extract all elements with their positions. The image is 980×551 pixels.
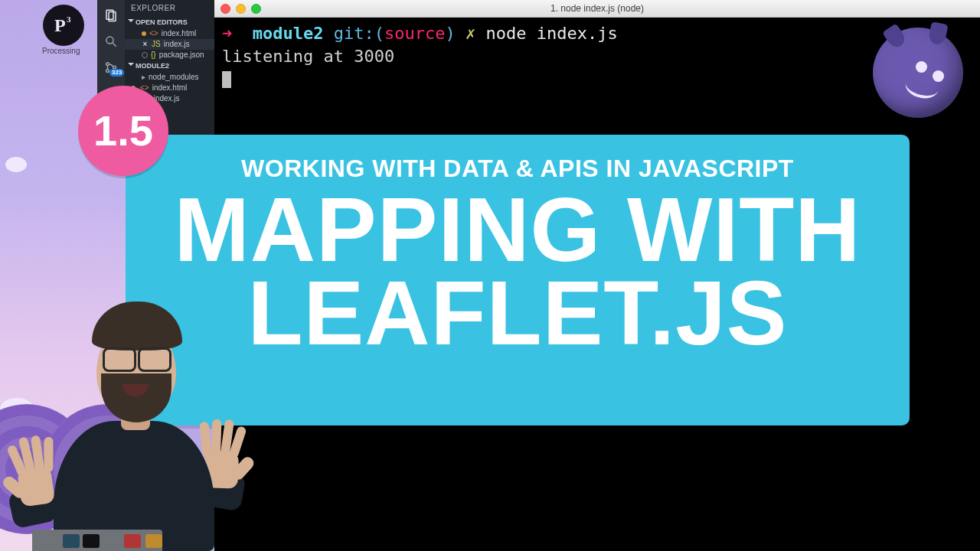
terminal-title: 1. node index.js (node): [214, 0, 980, 17]
processing-label: Processing: [42, 47, 80, 55]
prompt-branch: source: [384, 24, 445, 43]
svg-point-7: [106, 70, 109, 73]
scm-badge: 323: [109, 69, 124, 77]
html-file-icon: <>: [149, 30, 158, 37]
modified-dot-icon: [142, 31, 146, 36]
json-file-icon: {}: [151, 51, 156, 59]
presenter-figure: [6, 308, 266, 551]
js-file-icon: JS: [152, 41, 161, 48]
prompt-dir: module2: [253, 24, 324, 43]
svg-text:P: P: [54, 15, 66, 35]
cloud-shape: [5, 157, 27, 172]
close-icon[interactable]: ×: [142, 41, 149, 48]
unmodified-dot-icon: [142, 52, 148, 58]
prompt-git-label: git:: [334, 24, 374, 43]
project-section[interactable]: MODULE2: [125, 60, 214, 72]
window-zoom-button[interactable]: [251, 4, 261, 14]
window-minimize-button[interactable]: [236, 4, 246, 14]
source-control-icon[interactable]: 323: [103, 60, 119, 75]
presenter-laptop: [32, 530, 162, 551]
svg-point-6: [106, 63, 109, 66]
terminal-titlebar: 1. node index.js (node): [214, 0, 980, 18]
terminal-output: listening at 3000: [222, 45, 972, 68]
open-editors-section[interactable]: OPEN EDITORS: [125, 17, 214, 28]
lesson-number-badge: 1.5: [78, 86, 168, 176]
explorer-icon[interactable]: [103, 8, 119, 23]
search-icon[interactable]: [103, 34, 119, 49]
file-name: package.json: [159, 51, 204, 59]
explorer-title: EXPLORER: [125, 0, 214, 17]
open-editor-item[interactable]: {} package.json: [125, 50, 214, 60]
title-line-2: LEAFLET.JS: [248, 262, 788, 364]
processing-logo: P3: [43, 5, 84, 46]
terminal-cursor: [222, 71, 231, 88]
prompt-arrow: ➜: [222, 24, 232, 43]
window-controls: [220, 4, 261, 14]
svg-text:3: 3: [67, 15, 71, 24]
project-file-item[interactable]: ▸ node_modules: [125, 72, 214, 83]
open-editor-item[interactable]: <> index.html: [125, 28, 214, 39]
prompt-dirty-icon: ✗: [466, 24, 475, 43]
terminal-prompt-line: ➜ module2 git:(source) ✗ node index.js: [222, 22, 972, 45]
svg-line-5: [113, 43, 116, 47]
file-name: node_modules: [149, 73, 199, 81]
window-close-button[interactable]: [220, 4, 230, 14]
mascot-avatar: [873, 28, 963, 118]
open-editor-item[interactable]: × JS index.js: [125, 39, 214, 50]
prompt-command: node index.js: [485, 24, 617, 43]
folder-icon: ▸: [142, 73, 145, 81]
title-card-subtitle: WORKING WITH DATA & APIS IN JAVASCRIPT: [149, 156, 887, 181]
file-name: index.html: [162, 30, 197, 37]
terminal-body[interactable]: ➜ module2 git:(source) ✗ node index.js l…: [214, 18, 980, 95]
svg-point-4: [106, 37, 113, 44]
file-name: index.html: [152, 84, 188, 92]
file-name: index.js: [164, 41, 190, 48]
